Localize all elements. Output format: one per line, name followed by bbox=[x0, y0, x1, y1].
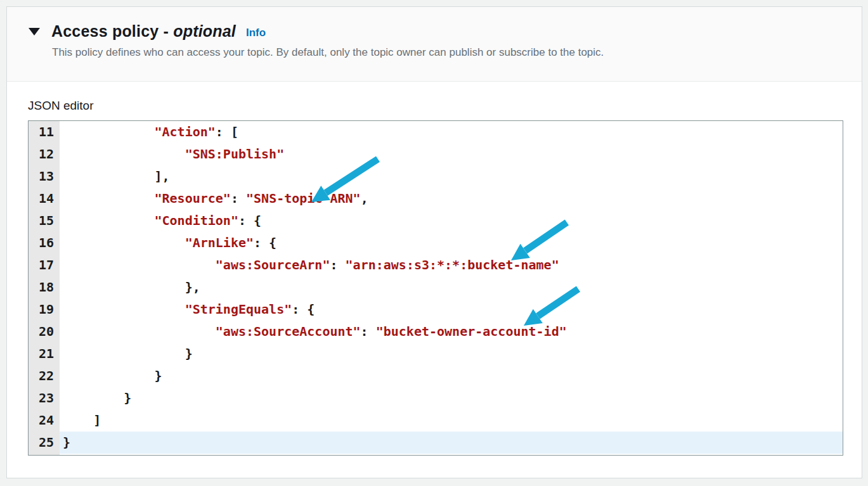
editor-line: 22 } bbox=[29, 365, 843, 387]
code-line: "Resource": "SNS-topic-ARN", bbox=[60, 188, 843, 210]
json-punctuation-token: }, bbox=[63, 279, 200, 295]
editor-line: 16 "ArnLike": { bbox=[29, 232, 843, 254]
json-punctuation-token: ], bbox=[63, 169, 170, 184]
json-string-token: "SNS:Publish" bbox=[185, 146, 285, 162]
json-punctuation-token bbox=[63, 302, 185, 317]
editor-line: 20 "aws:SourceAccount": "bucket-owner-ac… bbox=[29, 321, 843, 343]
json-punctuation-token: : bbox=[361, 324, 376, 339]
code-line: ] bbox=[60, 409, 843, 432]
json-editor[interactable]: 11 "Action": [12 "SNS:Publish"13 ],14 "R… bbox=[28, 120, 843, 456]
json-punctuation-token: : { bbox=[238, 213, 261, 228]
json-string-token: "Resource" bbox=[155, 191, 231, 206]
json-punctuation-token: : { bbox=[254, 235, 276, 250]
json-punctuation-token bbox=[63, 124, 155, 139]
line-number[interactable]: 20 bbox=[29, 321, 60, 343]
line-number[interactable]: 12 bbox=[29, 143, 60, 165]
code-line: "aws:SourceArn": "arn:aws:s3:*:*:bucket-… bbox=[60, 254, 843, 276]
json-punctuation-token bbox=[63, 257, 216, 272]
json-punctuation-token: : [ bbox=[216, 124, 238, 139]
editor-line: 11 "Action": [ bbox=[29, 121, 843, 143]
line-number[interactable]: 11 bbox=[29, 121, 60, 143]
line-number[interactable]: 17 bbox=[29, 254, 60, 276]
editor-line: 13 ], bbox=[29, 165, 843, 188]
json-punctuation-token: } bbox=[63, 435, 70, 450]
code-line: "Action": [ bbox=[60, 121, 843, 143]
section-body: JSON editor 11 "Action": [12 "SNS:Publis… bbox=[7, 82, 862, 456]
line-number[interactable]: 22 bbox=[29, 365, 60, 387]
collapse-caret-icon[interactable] bbox=[29, 28, 40, 35]
json-editor-label: JSON editor bbox=[28, 99, 841, 113]
section-title-main: Access policy bbox=[51, 22, 159, 40]
editor-line: 12 "SNS:Publish" bbox=[29, 143, 843, 165]
line-number[interactable]: 25 bbox=[29, 432, 60, 454]
access-policy-section: Access policy - optional Info This polic… bbox=[6, 6, 862, 478]
line-number[interactable]: 18 bbox=[29, 276, 60, 298]
json-string-token: "StringEquals" bbox=[185, 302, 292, 317]
json-punctuation-token bbox=[63, 191, 155, 206]
code-line: "aws:SourceAccount": "bucket-owner-accou… bbox=[60, 321, 843, 343]
json-punctuation-token bbox=[63, 213, 155, 228]
editor-line: 21 } bbox=[29, 343, 843, 365]
line-number[interactable]: 23 bbox=[29, 387, 60, 409]
line-number[interactable]: 16 bbox=[29, 232, 60, 254]
json-punctuation-token: } bbox=[63, 390, 131, 406]
code-line: "ArnLike": { bbox=[60, 232, 843, 254]
code-line: } bbox=[60, 343, 843, 365]
editor-line: 19 "StringEquals": { bbox=[29, 298, 843, 321]
json-string-token: "Condition" bbox=[155, 213, 238, 228]
json-punctuation-token: } bbox=[63, 346, 193, 361]
editor-line: 23 } bbox=[29, 387, 843, 409]
line-number[interactable]: 21 bbox=[29, 343, 60, 365]
editor-line: 24 ] bbox=[29, 409, 843, 432]
code-line: "SNS:Publish" bbox=[60, 143, 843, 165]
editor-line: 15 "Condition": { bbox=[29, 210, 843, 232]
line-number[interactable]: 14 bbox=[29, 188, 60, 210]
line-number[interactable]: 19 bbox=[29, 298, 60, 321]
code-line: } bbox=[60, 432, 843, 454]
json-string-token: "arn:aws:s3:*:*:bucket-name" bbox=[346, 257, 559, 272]
code-line: } bbox=[60, 365, 843, 387]
editor-line: 14 "Resource": "SNS-topic-ARN", bbox=[29, 188, 843, 210]
section-description: This policy defines who can access your … bbox=[52, 46, 843, 59]
code-line: }, bbox=[60, 276, 843, 298]
info-link[interactable]: Info bbox=[246, 27, 266, 39]
line-number[interactable]: 13 bbox=[29, 165, 60, 188]
line-number[interactable]: 15 bbox=[29, 210, 60, 232]
section-title-row: Access policy - optional Info bbox=[29, 22, 843, 41]
editor-line: 17 "aws:SourceArn": "arn:aws:s3:*:*:buck… bbox=[29, 254, 843, 276]
section-header-toggle[interactable]: Access policy - optional Info This polic… bbox=[7, 7, 862, 82]
code-line: } bbox=[60, 387, 843, 409]
editor-line: 18 }, bbox=[29, 276, 843, 298]
json-string-token: "bucket-owner-account-id" bbox=[376, 324, 567, 339]
code-line: "StringEquals": { bbox=[60, 298, 843, 321]
json-punctuation-token: , bbox=[361, 191, 368, 206]
editor-line: 25} bbox=[29, 432, 843, 454]
json-editor-rows: 11 "Action": [12 "SNS:Publish"13 ],14 "R… bbox=[29, 121, 843, 455]
json-punctuation-token bbox=[63, 146, 185, 162]
section-title-optional: optional bbox=[173, 22, 236, 40]
section-title-separator: - bbox=[159, 22, 173, 40]
json-string-token: "SNS-topic-ARN" bbox=[246, 191, 361, 206]
json-string-token: "aws:SourceAccount" bbox=[216, 324, 361, 339]
json-string-token: "ArnLike" bbox=[185, 235, 254, 250]
json-punctuation-token: : bbox=[231, 191, 246, 206]
json-punctuation-token bbox=[63, 324, 216, 339]
code-line: ], bbox=[60, 165, 843, 188]
line-number[interactable]: 24 bbox=[29, 409, 60, 432]
json-string-token: "Action" bbox=[155, 124, 216, 139]
code-line: "Condition": { bbox=[60, 210, 843, 232]
section-title: Access policy - optional bbox=[51, 22, 236, 41]
json-string-token: "aws:SourceArn" bbox=[216, 257, 330, 272]
json-punctuation-token bbox=[63, 235, 185, 250]
json-punctuation-token: : { bbox=[292, 302, 314, 317]
json-punctuation-token: ] bbox=[63, 412, 101, 428]
json-punctuation-token: : bbox=[330, 257, 345, 272]
json-punctuation-token: } bbox=[63, 368, 162, 383]
